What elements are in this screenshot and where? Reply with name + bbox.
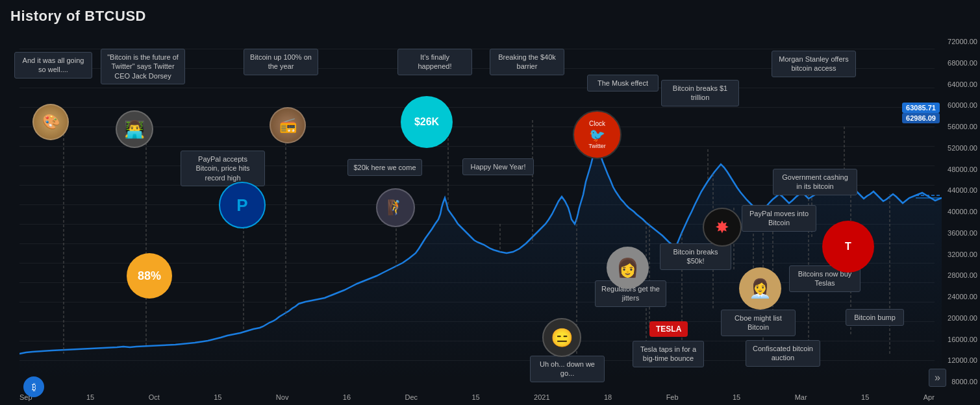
icon-spark: ✸ <box>703 208 742 247</box>
icon-dorsey: 👨‍💻 <box>116 110 153 148</box>
annotation-gov-cash: Government cashing in its bitcoin <box>773 169 857 195</box>
annotation-tesla-taps: Tesla taps in for a big-time bounce <box>633 341 704 367</box>
annotation-paypal-accepts: PayPal accepts Bitcoin, price hits recor… <box>181 151 265 186</box>
annotation-50k: Bitcoin breaks $50k! <box>660 243 731 270</box>
btc-logo: ₿ <box>23 376 44 397</box>
nav-forward-button[interactable]: » <box>929 369 946 387</box>
price-high-badge: 63085.71 <box>902 103 940 113</box>
icon-twitter-musk: Clock 🐦 Twitter <box>573 110 622 159</box>
annotation-paypal-moves: PayPal moves into Bitcoin <box>742 205 816 232</box>
page-title: History of BTCUSD <box>10 8 146 25</box>
annotation-cboe: Cboe might list Bitcoin <box>721 310 796 336</box>
annotation-going-well: And it was all going so well.... <box>14 52 92 79</box>
annotation-musk: The Musk effect <box>587 75 659 92</box>
annotation-40k: Breaking the $40k barrier <box>490 49 564 75</box>
icon-tesla-circle: T <box>822 221 874 273</box>
icon-tesla-badge: TESLA <box>649 321 688 337</box>
x-axis: Sep 15 Oct 15 Nov 16 Dec 15 2021 18 Feb … <box>19 393 935 401</box>
icon-yellen: 👩 <box>607 247 649 289</box>
annotation-new-year: Happy New Year! <box>462 158 534 175</box>
icon-88pct: 88% <box>127 253 172 299</box>
annotation-1trillion: Bitcoin breaks $1 trillion <box>661 80 739 106</box>
annotation-down: Uh oh... down we go... <box>530 356 605 382</box>
icon-26k: $26K <box>401 96 453 148</box>
annotation-100pct: Bitcoin up 100% on the year <box>244 49 318 75</box>
icon-sad: 😑 <box>542 318 581 357</box>
icon-paypal: P <box>219 182 266 228</box>
icon-face2: 👩‍💼 <box>739 267 781 310</box>
annotation-morgan: Morgan Stanley offers bitcoin access <box>772 51 856 77</box>
chart-container: History of BTCUSD 72000.00 68000.00 6400… <box>0 0 980 405</box>
icon-going-well: 🎨 <box>32 104 69 140</box>
price-low-badge: 62986.09 <box>902 113 940 123</box>
annotation-confiscated: Confiscated bitcoin auction <box>746 340 820 367</box>
annotation-finally: It's finally happened! <box>397 49 472 75</box>
icon-100pct: 📻 <box>270 107 306 143</box>
y-axis: 72000.00 68000.00 64000.00 60000.00 5600… <box>948 0 977 405</box>
annotation-dorsey: "Bitcoin is the future of Twitter" says … <box>101 49 185 84</box>
annotation-20k: $20k here we come <box>347 159 422 176</box>
icon-ladder: 🧗 <box>376 188 415 227</box>
annotation-bump: Bitcoin bump <box>846 309 904 326</box>
